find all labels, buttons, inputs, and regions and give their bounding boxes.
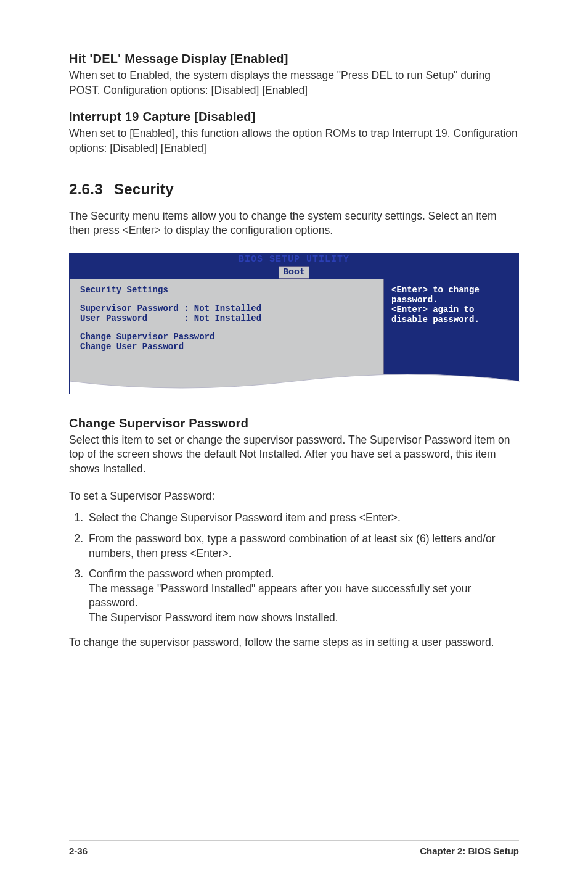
bios-help-line3: <Enter> again to [391,305,510,315]
bios-left-panel: Security Settings Supervisor Password : … [70,279,384,394]
bios-help-line2: password. [391,295,510,305]
security-heading: 2.6.3Security [69,181,519,198]
security-number: 2.6.3 [69,181,103,197]
change-supervisor-text1: Select this item to set or change the su… [69,433,519,477]
bios-supervisor-row: Supervisor Password : Not Installed [80,303,374,313]
bios-body: Security Settings Supervisor Password : … [69,279,519,394]
security-intro: The Security menu items allow you to cha… [69,209,519,238]
hit-del-heading: Hit 'DEL' Message Display [Enabled] [69,52,519,66]
bios-screenshot: BIOS SETUP UTILITY Boot Security Setting… [69,253,519,394]
step-3: Confirm the password when prompted. The … [86,567,519,625]
chapter-label: Chapter 2: BIOS Setup [420,846,519,856]
bios-security-settings-label: Security Settings [80,285,374,295]
bios-user-value: : Not Installed [184,313,261,323]
hit-del-text: When set to Enabled, the system displays… [69,68,519,97]
interrupt19-text: When set to [Enabled], this function all… [69,126,519,155]
interrupt19-heading: Interrupt 19 Capture [Disabled] [69,110,519,124]
step-3-line3: The Supervisor Password item now shows I… [89,611,338,624]
change-supervisor-text2: To set a Supervisor Password: [69,489,519,504]
page-number: 2-36 [69,846,88,856]
step-1: Select the Change Supervisor Password it… [86,511,519,526]
bios-change-supervisor: Change Supervisor Password [80,332,374,342]
step-3-line2: The message "Password Installed" appears… [89,582,471,609]
bios-tab-boot: Boot [279,266,309,279]
bios-title: BIOS SETUP UTILITY [69,253,519,266]
change-supervisor-text3: To change the supervisor password, follo… [69,635,519,650]
bios-help-line1: <Enter> to change [391,285,510,295]
security-title: Security [114,181,174,197]
change-supervisor-heading: Change Supervisor Password [69,416,519,431]
bios-right-panel: <Enter> to change password. <Enter> agai… [384,279,518,394]
bios-supervisor-value: : Not Installed [184,303,261,313]
bios-header: BIOS SETUP UTILITY Boot [69,253,519,279]
step-3-line1: Confirm the password when prompted. [89,567,274,580]
bios-change-user: Change User Password [80,342,374,352]
bios-user-row: User Password : Not Installed [80,313,374,323]
supervisor-steps-list: Select the Change Supervisor Password it… [69,511,519,625]
bios-user-label: User Password [80,313,147,323]
page-footer: 2-36 Chapter 2: BIOS Setup [69,840,519,856]
bios-supervisor-label: Supervisor Password [80,303,179,313]
bios-help-line4: disable password. [391,315,510,324]
step-2: From the password box, type a password c… [86,532,519,561]
